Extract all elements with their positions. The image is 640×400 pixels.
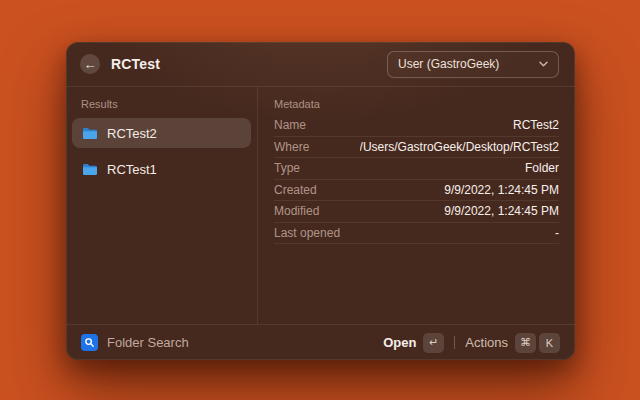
metadata-value: Folder — [525, 161, 559, 175]
metadata-panel: Metadata Name RCTest2 Where /Users/Gastr… — [258, 87, 575, 324]
folder-icon — [82, 163, 98, 176]
content-area: Results RCTest2 RCTest1 — [66, 87, 575, 324]
cmd-key-icon: ⌘ — [515, 333, 536, 353]
metadata-heading: Metadata — [274, 98, 559, 110]
metadata-label: Last opened — [274, 226, 340, 240]
metadata-row-modified: Modified 9/9/2022, 1:24:45 PM — [274, 201, 559, 223]
footer-divider — [454, 336, 455, 349]
user-dropdown[interactable]: User (GastroGeek) — [387, 51, 559, 78]
metadata-row-where: Where /Users/GastroGeek/Desktop/RCTest2 — [274, 137, 559, 159]
search-input[interactable] — [107, 335, 383, 350]
result-row-rctest1[interactable]: RCTest1 — [72, 154, 251, 184]
metadata-value: RCTest2 — [513, 118, 559, 132]
result-row-rctest2[interactable]: RCTest2 — [72, 118, 251, 148]
result-label: RCTest1 — [107, 162, 157, 177]
metadata-value: 9/9/2022, 1:24:45 PM — [444, 204, 559, 218]
search-icon — [81, 334, 98, 351]
k-key: K — [539, 333, 560, 353]
result-label: RCTest2 — [107, 126, 157, 141]
chevron-down-icon — [539, 61, 548, 67]
metadata-value: /Users/GastroGeek/Desktop/RCTest2 — [360, 140, 559, 154]
launcher-window: ← RCTest User (GastroGeek) Results RCTes… — [66, 42, 575, 360]
metadata-label: Name — [274, 118, 306, 132]
metadata-row-type: Type Folder — [274, 158, 559, 180]
metadata-label: Type — [274, 161, 300, 175]
actions-button[interactable]: Actions ⌘ K — [465, 333, 560, 353]
actions-shortcut: ⌘ K — [515, 333, 560, 353]
user-dropdown-value: User (GastroGeek) — [398, 57, 499, 71]
metadata-label: Where — [274, 140, 309, 154]
results-heading: Results — [81, 98, 242, 110]
metadata-label: Modified — [274, 204, 319, 218]
metadata-value: 9/9/2022, 1:24:45 PM — [444, 183, 559, 197]
folder-icon — [82, 127, 98, 140]
open-button[interactable]: Open ↵ — [383, 333, 444, 353]
open-label: Open — [383, 335, 416, 350]
actions-label: Actions — [465, 335, 508, 350]
enter-key-icon: ↵ — [423, 333, 444, 353]
results-panel: Results RCTest2 RCTest1 — [66, 87, 258, 324]
metadata-row-last-opened: Last opened - — [274, 223, 559, 245]
metadata-value: - — [555, 226, 559, 240]
back-arrow-icon: ← — [84, 58, 97, 71]
metadata-row-created: Created 9/9/2022, 1:24:45 PM — [274, 180, 559, 202]
metadata-row-name: Name RCTest2 — [274, 115, 559, 137]
window-header: ← RCTest User (GastroGeek) — [66, 42, 575, 87]
back-button[interactable]: ← — [80, 54, 100, 74]
footer-bar: Open ↵ Actions ⌘ K — [66, 324, 575, 360]
page-title: RCTest — [111, 56, 160, 72]
metadata-label: Created — [274, 183, 317, 197]
